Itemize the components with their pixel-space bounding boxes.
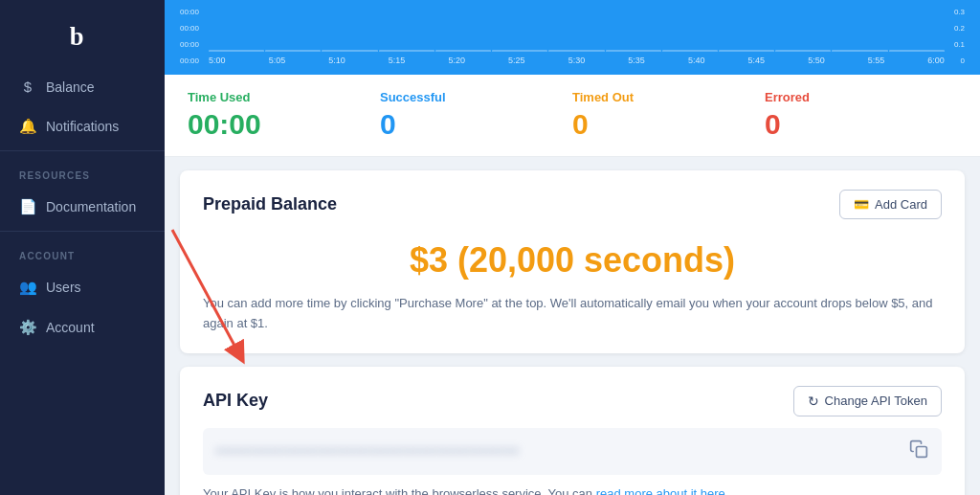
chart-x-label: 5:20: [448, 56, 465, 65]
refresh-icon: ↻: [808, 394, 819, 409]
sidebar-item-documentation[interactable]: 📄 Documentation: [0, 187, 165, 227]
chart-bar: [662, 50, 718, 52]
stat-time-used-value: 00:00: [188, 108, 380, 141]
chart-bar: [889, 50, 945, 52]
main-content: 00:00 00:00 00:00 00:00: [165, 0, 980, 495]
copy-icon[interactable]: [909, 439, 928, 463]
doc-icon: 📄: [19, 198, 36, 215]
chart-x-label: 5:50: [808, 56, 825, 65]
api-key-value: ••••••••••••••••••••••••••••••••••••••••…: [216, 443, 900, 459]
sidebar-item-notifications[interactable]: 🔔 Notifications: [0, 106, 165, 146]
sidebar-account-label: Account: [46, 320, 95, 335]
chart-bar: [322, 50, 377, 52]
chart-bar: [265, 50, 321, 52]
add-card-button[interactable]: 💳 Add Card: [839, 190, 942, 219]
prepaid-balance-card: Prepaid Balance 💳 Add Card $3 (20,000 se…: [180, 170, 965, 353]
chart-time-label-1: 00:00: [180, 8, 199, 16]
sidebar-documentation-label: Documentation: [46, 199, 136, 214]
api-key-description: Your API Key is how you interact with th…: [203, 484, 942, 495]
chart-y-label-2: 0.2: [954, 24, 965, 33]
stat-errored-label: Errored: [765, 90, 957, 104]
stat-time-used-label: Time Used: [188, 90, 380, 104]
chart-x-label: 5:05: [269, 56, 286, 65]
api-key-header: API Key ↻ Change API Token: [203, 386, 942, 416]
stat-successful-value: 0: [380, 108, 572, 141]
sidebar-balance-label: Balance: [46, 79, 95, 95]
stat-errored-value: 0: [765, 108, 957, 141]
gear-icon: ⚙️: [19, 319, 36, 336]
api-key-card: API Key ↻ Change API Token •••••••••••••…: [180, 367, 965, 495]
chart-time-label-3: 00:00: [180, 40, 199, 49]
sidebar-item-account[interactable]: ⚙️ Account: [0, 307, 165, 348]
chart-y-label-1: 0.3: [954, 8, 965, 16]
balance-amount: $3 (20,000 seconds): [203, 231, 942, 294]
chart-x-label: 6:00: [927, 56, 945, 65]
dollar-icon: $: [19, 79, 36, 95]
sidebar-notifications-label: Notifications: [46, 119, 119, 134]
chart-x-label: 5:35: [628, 56, 645, 65]
resources-section-label: RESOURCES: [0, 155, 165, 187]
chart-time-label-4: 00:00: [180, 56, 199, 65]
chart-bar: [606, 50, 661, 52]
chart-y-label-4: 0: [954, 56, 965, 65]
chart-x-label: 5:45: [748, 56, 766, 65]
chart-bar: [435, 50, 491, 52]
stat-timed-out: Timed Out 0: [572, 90, 765, 141]
account-section-label: ACCOUNT: [0, 236, 165, 267]
api-key-description-prefix: Your API Key is how you interact with th…: [203, 486, 596, 495]
svg-text:b: b: [70, 22, 84, 51]
stats-row: Time Used 00:00 Successful 0 Timed Out 0…: [165, 75, 980, 157]
chart-bar: [832, 50, 887, 52]
chart-x-label: 5:15: [389, 56, 406, 65]
chart-time-label-2: 00:00: [180, 24, 199, 33]
chart-y-label-3: 0.1: [954, 40, 965, 49]
prepaid-balance-title: Prepaid Balance: [203, 194, 337, 214]
chart-x-label: 5:40: [688, 56, 705, 65]
api-key-link[interactable]: read more about it here.: [596, 486, 729, 495]
chart-x-axis: 5:00 5:05 5:10 5:15 5:20 5:25 5:30 5:35 …: [209, 56, 945, 65]
chart-bar: [548, 50, 604, 52]
api-key-title: API Key: [203, 391, 268, 411]
svg-rect-3: [917, 446, 927, 457]
sidebar-item-users[interactable]: 👥 Users: [0, 267, 165, 307]
chart-bar: [719, 50, 774, 52]
stat-timed-out-value: 0: [572, 108, 765, 141]
chart-x-label: 5:25: [508, 56, 525, 65]
prepaid-balance-header: Prepaid Balance 💳 Add Card: [203, 190, 942, 219]
chart-x-label: 5:55: [868, 56, 885, 65]
chart-bar: [492, 50, 547, 52]
change-api-token-button[interactable]: ↻ Change API Token: [793, 386, 942, 416]
api-key-field: ••••••••••••••••••••••••••••••••••••••••…: [203, 428, 942, 475]
stat-timed-out-label: Timed Out: [572, 90, 765, 104]
users-icon: 👥: [19, 279, 36, 296]
credit-card-icon: 💳: [854, 197, 869, 212]
logo: b: [0, 0, 165, 67]
chart-x-label: 5:00: [209, 56, 226, 65]
chart-x-label: 5:10: [328, 56, 345, 65]
chart-section: 00:00 00:00 00:00 00:00: [165, 0, 980, 75]
stat-successful-label: Successful: [380, 90, 572, 104]
sidebar-divider-1: [0, 150, 165, 151]
chart-bar: [379, 50, 434, 52]
prepaid-balance-description: You can add more time by clicking "Purch…: [203, 294, 942, 334]
change-api-token-label: Change API Token: [825, 394, 927, 408]
chart-bar: [775, 50, 831, 52]
sidebar: b $ Balance 🔔 Notifications RESOURCES 📄 …: [0, 0, 165, 495]
sidebar-users-label: Users: [46, 280, 81, 295]
add-card-label: Add Card: [875, 197, 927, 212]
chart-x-label: 5:30: [568, 56, 586, 65]
stat-errored: Errored 0: [765, 90, 957, 141]
sidebar-item-balance[interactable]: $ Balance: [0, 67, 165, 106]
stat-time-used: Time Used 00:00: [188, 90, 380, 141]
stat-successful: Successful 0: [380, 90, 572, 141]
chart-bar: [209, 50, 264, 52]
bell-icon: 🔔: [19, 118, 36, 135]
sidebar-divider-2: [0, 231, 165, 232]
